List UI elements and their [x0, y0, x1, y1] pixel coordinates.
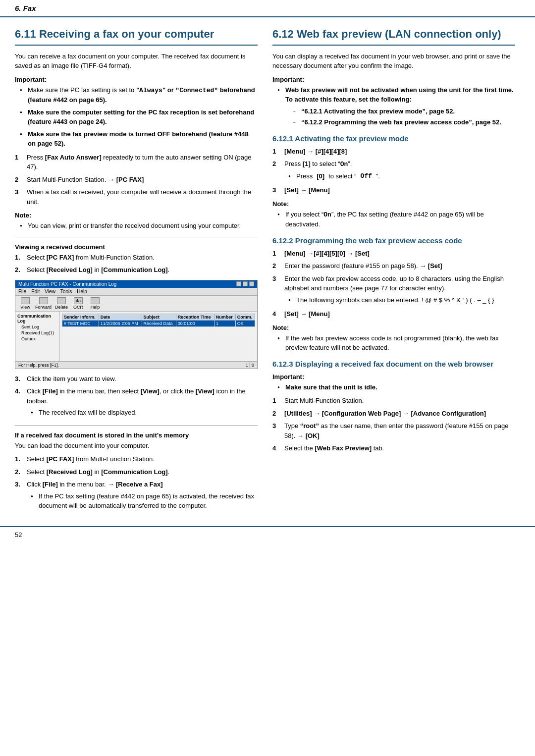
col-subject: Subject — [142, 314, 176, 320]
sidebar-received-log: Received Log(1) — [21, 330, 57, 335]
left-important-list: Make sure the PC fax setting is set to "… — [20, 85, 258, 149]
step-sub-list: Press [0] to select “Off”. — [288, 171, 515, 181]
left-section-title: 6.11 Receiving a fax on your computer — [15, 27, 258, 46]
sub1-note-list: If you select “On”, the PC fax setting (… — [277, 210, 515, 229]
left-column: 6.11 Receiving a fax on your computer Yo… — [15, 27, 258, 516]
sub1-steps: 1 [Menu] → [#][4][4][8] 2 Press [1] to s… — [272, 147, 515, 195]
sub2-steps: 1 [Menu] →[#][4][5][0] → [Set] 2 Enter t… — [272, 249, 515, 319]
col-comm: Comm. — [235, 314, 255, 320]
screenshot-titlebar: Multi Function PC FAX - Communication Lo… — [15, 280, 257, 288]
if-memory-box: If a received fax document is stored in … — [15, 432, 258, 512]
list-item: If the PC fax setting (feature #442 on p… — [31, 491, 258, 511]
col-number: Number — [214, 314, 235, 320]
list-item: The following symbols can also be entere… — [288, 295, 515, 305]
list-item: Make sure the computer setting for the P… — [20, 108, 258, 127]
toolbar-forward: Forward — [35, 297, 52, 310]
list-item: 1 Press [Fax Auto Answer] repeatedly to … — [15, 153, 258, 172]
right-important-list: Web fax preview will not be activated wh… — [277, 85, 515, 127]
sub3-important-list: Make sure that the unit is idle. — [277, 382, 515, 392]
statusbar-count: 1 | 0 — [246, 363, 254, 368]
list-item: 2. Select [Received Log] in [Communicati… — [15, 467, 258, 477]
viewing-title: Viewing a received document — [15, 243, 258, 251]
list-item: 2 Start Multi-Function Station. → [PC FA… — [15, 175, 258, 185]
list-item: 1 [Menu] →[#][4][5][0] → [Set] — [272, 249, 515, 259]
step-sub-list: The received fax will be displayed. — [31, 408, 258, 418]
list-item: 4. Click [File] in the menu bar, then se… — [15, 386, 258, 419]
list-item: 2 Enter the password (feature #155 on pa… — [272, 261, 515, 271]
screenshot-title: Multi Function PC FAX - Communication Lo… — [18, 281, 116, 287]
list-item: Make sure the fax preview mode is turned… — [20, 129, 258, 149]
sub-bullet-list: “6.12.1 Activating the fax preview mode”… — [293, 107, 515, 127]
list-item: Web fax preview will not be activated wh… — [277, 85, 515, 127]
screenshot-toolbar: View Forward Delete 4aOCR Help — [15, 296, 257, 312]
list-item: You can view, print or transfer the rece… — [20, 221, 258, 231]
menu-tools: Tools — [60, 289, 72, 294]
cell-comm: OK — [235, 320, 255, 326]
page-number: 52 — [15, 531, 22, 539]
step-sub-list: The following symbols can also be entere… — [288, 295, 515, 305]
left-note-list: You can view, print or transfer the rece… — [20, 221, 258, 231]
menu-help: Help — [77, 289, 87, 294]
if-memory-steps: 1. Select [PC FAX] from Multi-Function S… — [15, 454, 258, 512]
list-item: “6.12.1 Activating the fax preview mode”… — [293, 107, 515, 116]
toolbar-delete: Delete — [54, 297, 68, 310]
screenshot-main: Sender Inform. Date Subject Reception Ti… — [60, 312, 257, 361]
sidebar-communication-log: Communication Log — [17, 314, 57, 324]
menu-view: View — [45, 289, 55, 294]
step-sub-list: If the PC fax setting (feature #442 on p… — [31, 491, 258, 511]
close-icon — [249, 281, 254, 286]
list-item: If you select “On”, the PC fax setting (… — [277, 210, 515, 229]
list-item: 2 Press [1] to select “On”. Press [0] to… — [272, 159, 515, 182]
menu-edit: Edit — [31, 289, 40, 294]
cell-date: 11/2/2005 2:05 PM — [99, 320, 142, 326]
list-item: 1 Start Multi-Function Station. — [272, 396, 515, 406]
divider — [15, 237, 258, 237]
menu-file: File — [18, 289, 26, 294]
screenshot-window-buttons — [236, 281, 254, 286]
header: 6. Fax — [0, 0, 535, 17]
if-memory-intro: You can load the document into your comp… — [15, 441, 258, 451]
left-intro: You can receive a fax document on your c… — [15, 52, 258, 71]
list-item: Make sure that the unit is idle. — [277, 382, 515, 392]
right-section-title: 6.12 Web fax preview (LAN connection onl… — [272, 27, 515, 46]
cell-sender: # TEST MOC — [62, 320, 99, 326]
minimize-icon — [236, 281, 241, 286]
page-footer: 52 — [0, 526, 535, 542]
after-screenshot-steps: 3. Click the item you want to view. 4. C… — [15, 374, 258, 419]
statusbar-help: For Help, press [F1]. — [18, 363, 59, 368]
list-item: 1 [Menu] → [#][4][4][8] — [272, 147, 515, 157]
screenshot-statusbar: For Help, press [F1]. 1 | 0 — [15, 361, 257, 369]
col-sender: Sender Inform. — [62, 314, 99, 320]
left-steps: 1 Press [Fax Auto Answer] repeatedly to … — [15, 153, 258, 207]
toolbar-help: Help — [88, 297, 102, 310]
list-item: 3. Click the item you want to view. — [15, 374, 258, 384]
list-item: 3. Click [File] in the menu bar. → [Rece… — [15, 480, 258, 512]
table-row: # TEST MOC 11/2/2005 2:05 PM Received Da… — [62, 320, 255, 326]
sidebar-outbox: Outbox — [21, 336, 57, 341]
list-item: 1. Select [PC FAX] from Multi-Function S… — [15, 253, 258, 263]
cell-subject: Received Data — [142, 320, 176, 326]
list-item: 1. Select [PC FAX] from Multi-Function S… — [15, 454, 258, 464]
toolbar-view: View — [18, 297, 32, 310]
list-item: 3 Enter the web fax preview access code,… — [272, 274, 515, 307]
sub2-title: 6.12.2 Programming the web fax preview a… — [272, 236, 515, 245]
screenshot-body: Communication Log Sent Log Received Log(… — [15, 312, 257, 361]
list-item: 2. Select [Received Log] in [Communicati… — [15, 265, 258, 275]
sub3-title: 6.12.3 Displaying a received fax documen… — [272, 360, 515, 368]
list-item: 4 [Set] → [Menu] — [272, 309, 515, 319]
list-item: If the web fax preview access code is no… — [277, 333, 515, 353]
screenshot-table: Sender Inform. Date Subject Reception Ti… — [62, 314, 255, 327]
list-item: Press [0] to select “Off”. — [288, 171, 515, 181]
if-memory-title: If a received fax document is stored in … — [15, 432, 258, 439]
screenshot-mockup: Multi Function PC FAX - Communication Lo… — [15, 280, 258, 369]
col-reception-time: Reception Time — [176, 314, 214, 320]
sub1-title: 6.12.1 Activating the fax preview mode — [272, 134, 515, 143]
right-column: 6.12 Web fax preview (LAN connection onl… — [272, 27, 515, 516]
list-item: “6.12.2 Programming the web fax preview … — [293, 117, 515, 127]
header-label: 6. Fax — [15, 4, 36, 12]
viewing-steps: 1. Select [PC FAX] from Multi-Function S… — [15, 253, 258, 275]
sub1-note-label: Note: — [272, 200, 515, 208]
list-item: Make sure the PC fax setting is set to "… — [20, 85, 258, 105]
screenshot-sidebar: Communication Log Sent Log Received Log(… — [15, 312, 60, 361]
right-intro: You can display a received fax document … — [272, 52, 515, 71]
